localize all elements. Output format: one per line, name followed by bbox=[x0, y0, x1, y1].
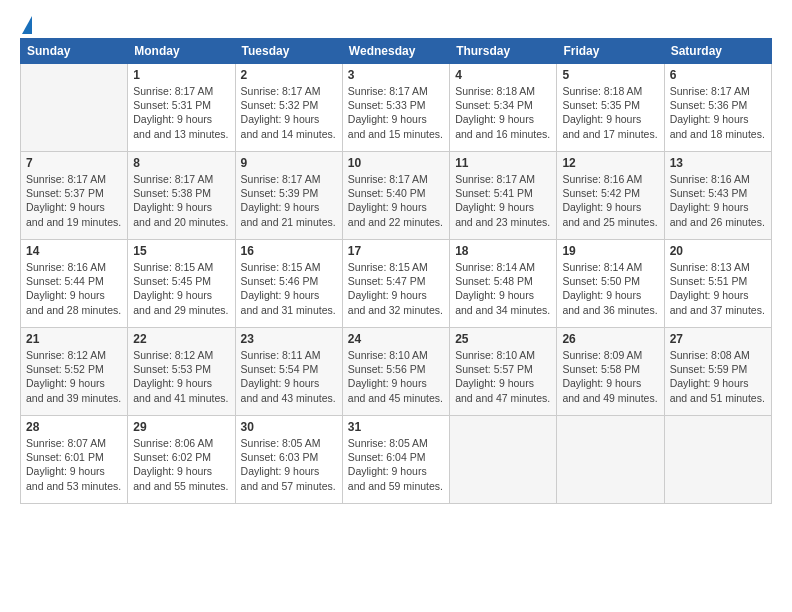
calendar-cell: 18Sunrise: 8:14 AMSunset: 5:48 PMDayligh… bbox=[450, 240, 557, 328]
cell-sunset: Sunset: 5:34 PM bbox=[455, 98, 551, 112]
cell-sunrise: Sunrise: 8:05 AM bbox=[348, 436, 444, 450]
cell-sunrise: Sunrise: 8:17 AM bbox=[26, 172, 122, 186]
weekday-header-monday: Monday bbox=[128, 39, 235, 64]
cell-info: Sunrise: 8:06 AMSunset: 6:02 PMDaylight:… bbox=[133, 436, 229, 493]
page-header bbox=[10, 10, 782, 34]
cell-date-number: 7 bbox=[26, 156, 122, 170]
weekday-header-wednesday: Wednesday bbox=[342, 39, 449, 64]
cell-date-number: 30 bbox=[241, 420, 337, 434]
cell-daylight-minutes: and and 13 minutes. bbox=[133, 127, 229, 141]
cell-daylight-minutes: and and 15 minutes. bbox=[348, 127, 444, 141]
cell-daylight-minutes: and and 29 minutes. bbox=[133, 303, 229, 317]
cell-daylight-minutes: and and 59 minutes. bbox=[348, 479, 444, 493]
cell-daylight-label: Daylight: 9 hours bbox=[241, 288, 337, 302]
cell-info: Sunrise: 8:05 AMSunset: 6:03 PMDaylight:… bbox=[241, 436, 337, 493]
cell-daylight-label: Daylight: 9 hours bbox=[241, 376, 337, 390]
cell-date-number: 13 bbox=[670, 156, 766, 170]
cell-sunset: Sunset: 5:43 PM bbox=[670, 186, 766, 200]
cell-sunset: Sunset: 5:59 PM bbox=[670, 362, 766, 376]
cell-sunset: Sunset: 5:58 PM bbox=[562, 362, 658, 376]
calendar-cell bbox=[664, 416, 771, 504]
calendar-cell bbox=[557, 416, 664, 504]
weekday-header-friday: Friday bbox=[557, 39, 664, 64]
cell-daylight-minutes: and and 31 minutes. bbox=[241, 303, 337, 317]
cell-daylight-label: Daylight: 9 hours bbox=[670, 288, 766, 302]
weekday-header-thursday: Thursday bbox=[450, 39, 557, 64]
calendar-cell: 29Sunrise: 8:06 AMSunset: 6:02 PMDayligh… bbox=[128, 416, 235, 504]
cell-daylight-minutes: and and 49 minutes. bbox=[562, 391, 658, 405]
calendar-cell: 6Sunrise: 8:17 AMSunset: 5:36 PMDaylight… bbox=[664, 64, 771, 152]
cell-sunset: Sunset: 6:02 PM bbox=[133, 450, 229, 464]
cell-sunset: Sunset: 5:40 PM bbox=[348, 186, 444, 200]
cell-date-number: 17 bbox=[348, 244, 444, 258]
cell-date-number: 6 bbox=[670, 68, 766, 82]
cell-daylight-minutes: and and 34 minutes. bbox=[455, 303, 551, 317]
cell-daylight-label: Daylight: 9 hours bbox=[133, 464, 229, 478]
calendar-cell: 20Sunrise: 8:13 AMSunset: 5:51 PMDayligh… bbox=[664, 240, 771, 328]
cell-sunset: Sunset: 5:33 PM bbox=[348, 98, 444, 112]
cell-daylight-label: Daylight: 9 hours bbox=[133, 200, 229, 214]
cell-daylight-minutes: and and 21 minutes. bbox=[241, 215, 337, 229]
cell-date-number: 26 bbox=[562, 332, 658, 346]
calendar-cell: 7Sunrise: 8:17 AMSunset: 5:37 PMDaylight… bbox=[21, 152, 128, 240]
cell-info: Sunrise: 8:10 AMSunset: 5:57 PMDaylight:… bbox=[455, 348, 551, 405]
cell-date-number: 9 bbox=[241, 156, 337, 170]
cell-daylight-minutes: and and 17 minutes. bbox=[562, 127, 658, 141]
cell-info: Sunrise: 8:08 AMSunset: 5:59 PMDaylight:… bbox=[670, 348, 766, 405]
cell-daylight-label: Daylight: 9 hours bbox=[348, 112, 444, 126]
calendar-cell: 12Sunrise: 8:16 AMSunset: 5:42 PMDayligh… bbox=[557, 152, 664, 240]
calendar-cell: 27Sunrise: 8:08 AMSunset: 5:59 PMDayligh… bbox=[664, 328, 771, 416]
cell-daylight-minutes: and and 37 minutes. bbox=[670, 303, 766, 317]
calendar-cell: 15Sunrise: 8:15 AMSunset: 5:45 PMDayligh… bbox=[128, 240, 235, 328]
calendar-cell: 4Sunrise: 8:18 AMSunset: 5:34 PMDaylight… bbox=[450, 64, 557, 152]
cell-date-number: 20 bbox=[670, 244, 766, 258]
calendar-week-5: 28Sunrise: 8:07 AMSunset: 6:01 PMDayligh… bbox=[21, 416, 772, 504]
cell-sunset: Sunset: 5:52 PM bbox=[26, 362, 122, 376]
cell-info: Sunrise: 8:17 AMSunset: 5:39 PMDaylight:… bbox=[241, 172, 337, 229]
cell-sunset: Sunset: 5:31 PM bbox=[133, 98, 229, 112]
cell-info: Sunrise: 8:13 AMSunset: 5:51 PMDaylight:… bbox=[670, 260, 766, 317]
cell-sunset: Sunset: 6:01 PM bbox=[26, 450, 122, 464]
cell-daylight-minutes: and and 28 minutes. bbox=[26, 303, 122, 317]
cell-sunrise: Sunrise: 8:17 AM bbox=[348, 84, 444, 98]
cell-sunset: Sunset: 5:45 PM bbox=[133, 274, 229, 288]
cell-sunset: Sunset: 5:37 PM bbox=[26, 186, 122, 200]
cell-info: Sunrise: 8:14 AMSunset: 5:48 PMDaylight:… bbox=[455, 260, 551, 317]
cell-date-number: 4 bbox=[455, 68, 551, 82]
cell-sunrise: Sunrise: 8:14 AM bbox=[562, 260, 658, 274]
cell-date-number: 29 bbox=[133, 420, 229, 434]
cell-sunrise: Sunrise: 8:14 AM bbox=[455, 260, 551, 274]
calendar-cell: 10Sunrise: 8:17 AMSunset: 5:40 PMDayligh… bbox=[342, 152, 449, 240]
cell-daylight-label: Daylight: 9 hours bbox=[562, 112, 658, 126]
cell-sunset: Sunset: 5:41 PM bbox=[455, 186, 551, 200]
cell-info: Sunrise: 8:18 AMSunset: 5:34 PMDaylight:… bbox=[455, 84, 551, 141]
cell-info: Sunrise: 8:11 AMSunset: 5:54 PMDaylight:… bbox=[241, 348, 337, 405]
calendar-week-2: 7Sunrise: 8:17 AMSunset: 5:37 PMDaylight… bbox=[21, 152, 772, 240]
calendar-cell: 24Sunrise: 8:10 AMSunset: 5:56 PMDayligh… bbox=[342, 328, 449, 416]
cell-date-number: 23 bbox=[241, 332, 337, 346]
cell-date-number: 22 bbox=[133, 332, 229, 346]
cell-sunrise: Sunrise: 8:05 AM bbox=[241, 436, 337, 450]
cell-sunrise: Sunrise: 8:15 AM bbox=[348, 260, 444, 274]
calendar-cell: 26Sunrise: 8:09 AMSunset: 5:58 PMDayligh… bbox=[557, 328, 664, 416]
cell-sunset: Sunset: 5:57 PM bbox=[455, 362, 551, 376]
cell-daylight-label: Daylight: 9 hours bbox=[133, 112, 229, 126]
cell-sunset: Sunset: 5:42 PM bbox=[562, 186, 658, 200]
calendar-cell: 13Sunrise: 8:16 AMSunset: 5:43 PMDayligh… bbox=[664, 152, 771, 240]
cell-sunset: Sunset: 5:48 PM bbox=[455, 274, 551, 288]
weekday-header-tuesday: Tuesday bbox=[235, 39, 342, 64]
cell-daylight-label: Daylight: 9 hours bbox=[348, 288, 444, 302]
calendar-cell: 28Sunrise: 8:07 AMSunset: 6:01 PMDayligh… bbox=[21, 416, 128, 504]
cell-daylight-label: Daylight: 9 hours bbox=[455, 112, 551, 126]
cell-sunrise: Sunrise: 8:07 AM bbox=[26, 436, 122, 450]
cell-date-number: 16 bbox=[241, 244, 337, 258]
calendar-header: SundayMondayTuesdayWednesdayThursdayFrid… bbox=[21, 39, 772, 64]
cell-info: Sunrise: 8:10 AMSunset: 5:56 PMDaylight:… bbox=[348, 348, 444, 405]
cell-daylight-minutes: and and 32 minutes. bbox=[348, 303, 444, 317]
cell-sunrise: Sunrise: 8:17 AM bbox=[133, 172, 229, 186]
cell-daylight-label: Daylight: 9 hours bbox=[348, 376, 444, 390]
cell-sunrise: Sunrise: 8:06 AM bbox=[133, 436, 229, 450]
cell-info: Sunrise: 8:17 AMSunset: 5:40 PMDaylight:… bbox=[348, 172, 444, 229]
cell-daylight-minutes: and and 18 minutes. bbox=[670, 127, 766, 141]
cell-date-number: 19 bbox=[562, 244, 658, 258]
